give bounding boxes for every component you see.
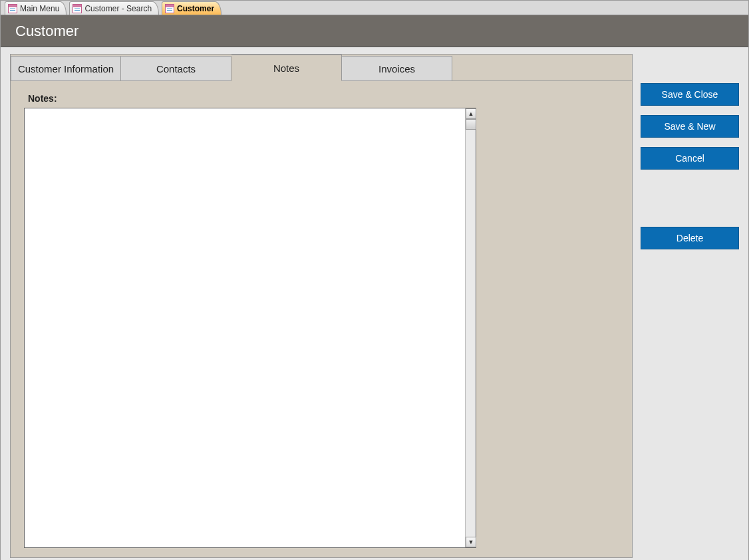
delete-button[interactable]: Delete bbox=[641, 227, 739, 249]
form-header: Customer bbox=[1, 15, 748, 47]
scroll-thumb[interactable] bbox=[466, 119, 476, 130]
tab-label: Contacts bbox=[156, 63, 196, 74]
tab-notes[interactable]: Notes bbox=[231, 55, 342, 81]
save-close-button[interactable]: Save & Close bbox=[641, 83, 739, 106]
notes-label: Notes: bbox=[28, 93, 619, 104]
button-label: Delete bbox=[676, 233, 703, 243]
spacer bbox=[641, 179, 740, 217]
scrollbar[interactable]: ▲ ▼ bbox=[465, 108, 476, 547]
form-icon bbox=[8, 4, 17, 13]
cancel-button[interactable]: Cancel bbox=[641, 147, 739, 170]
tab-label: Invoices bbox=[378, 63, 415, 74]
doc-tab-main-menu[interactable]: Main Menu bbox=[5, 1, 67, 15]
main-area: Customer Information Contacts Notes Invo… bbox=[1, 47, 748, 560]
tab-invoices[interactable]: Invoices bbox=[342, 56, 452, 81]
svg-rect-9 bbox=[166, 4, 174, 7]
form-panel: Customer Information Contacts Notes Invo… bbox=[10, 54, 633, 558]
tab-label: Customer Information bbox=[18, 63, 114, 74]
page-title: Customer bbox=[15, 23, 78, 40]
button-label: Save & Close bbox=[662, 89, 718, 100]
scroll-up-button[interactable]: ▲ bbox=[466, 108, 476, 119]
button-label: Save & New bbox=[664, 121, 715, 132]
doc-tab-label: Customer bbox=[177, 4, 214, 13]
form-icon bbox=[73, 4, 82, 13]
form-body: Notes: ▲ ▼ bbox=[11, 81, 632, 557]
scroll-down-button[interactable]: ▼ bbox=[466, 537, 476, 547]
action-button-column: Save & Close Save & New Cancel Delete bbox=[641, 83, 740, 249]
notes-textarea[interactable] bbox=[25, 108, 465, 547]
tab-contacts[interactable]: Contacts bbox=[121, 56, 231, 81]
doc-tab-customer[interactable]: Customer bbox=[162, 1, 222, 15]
svg-rect-5 bbox=[73, 4, 82, 7]
svg-rect-1 bbox=[9, 4, 17, 7]
doc-tab-label: Customer - Search bbox=[84, 4, 152, 13]
doc-tab-label: Main Menu bbox=[20, 4, 59, 13]
tab-row: Customer Information Contacts Notes Invo… bbox=[11, 55, 632, 81]
app-window: Main Menu Customer - Search Customer Cus… bbox=[0, 0, 749, 560]
save-new-button[interactable]: Save & New bbox=[641, 115, 739, 138]
tab-customer-information[interactable]: Customer Information bbox=[11, 56, 121, 81]
document-tab-strip: Main Menu Customer - Search Customer bbox=[1, 1, 748, 15]
tab-label: Notes bbox=[273, 63, 299, 74]
form-icon bbox=[165, 4, 174, 13]
tab-row-filler bbox=[452, 55, 632, 81]
notes-field-wrap: ▲ ▼ bbox=[24, 108, 476, 548]
doc-tab-customer-search[interactable]: Customer - Search bbox=[69, 1, 159, 15]
button-label: Cancel bbox=[675, 153, 704, 164]
